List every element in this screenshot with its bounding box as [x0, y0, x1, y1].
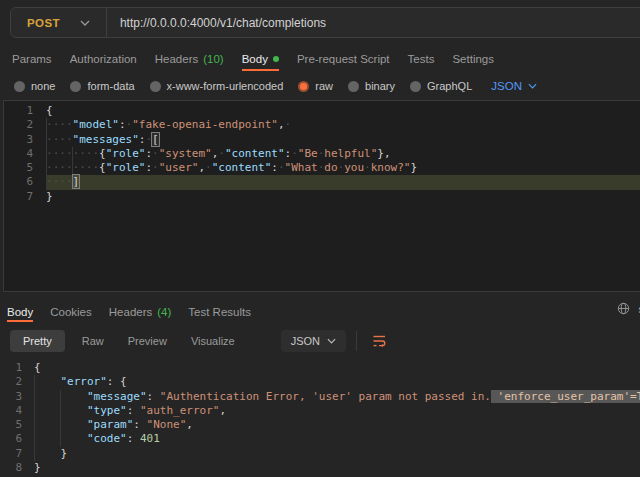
code-line[interactable]: 5········{"role":·"user",·"content":·"Wh… [4, 161, 640, 175]
token-k: "content" [225, 147, 285, 160]
response-tab-body[interactable]: Body [7, 300, 33, 323]
indent-guide [60, 404, 61, 418]
line-content: } [34, 447, 640, 461]
token-p: { [99, 147, 106, 160]
tab-label: Pre-request Script [297, 53, 390, 65]
code-line[interactable]: 5 "param": "None", [0, 418, 640, 432]
code-line[interactable]: 6····] [4, 175, 640, 189]
indent-guide [60, 432, 61, 446]
body-type-GraphQL[interactable]: GraphQL [410, 80, 472, 92]
code-line[interactable]: 3····"messages":·[ [4, 133, 640, 147]
response-meta: s [617, 302, 640, 315]
response-tab-headers[interactable]: Headers(4) [109, 300, 172, 323]
radio-icon [14, 81, 25, 92]
code-line[interactable]: 4········{"role":·"system",·"content":·"… [4, 147, 640, 161]
line-number: 1 [0, 361, 34, 375]
token-k: "role" [106, 161, 146, 174]
token-s: "What·do·you·know?" [285, 161, 411, 174]
token-p: { [34, 361, 41, 374]
code-line[interactable]: 1{ [4, 104, 640, 118]
token-k: "content" [212, 161, 272, 174]
tab-settings[interactable]: Settings [452, 46, 494, 72]
body-type-label: x-www-form-urlencoded [167, 80, 284, 92]
request-body-editor[interactable]: 1{2····"model":·"fake-openai-endpoint",·… [3, 100, 640, 292]
tab-label: Params [12, 53, 52, 65]
tab-params[interactable]: Params [12, 46, 52, 72]
token-p: :· [145, 147, 158, 160]
indent-guide [34, 404, 35, 418]
code-line[interactable]: 1{ [0, 361, 640, 375]
radio-icon [150, 81, 161, 92]
indent-guide [34, 390, 35, 404]
token-sel: 'enforce_user_param'=True" [491, 390, 640, 403]
tab-authorization[interactable]: Authorization [70, 46, 137, 72]
tab-tests[interactable]: Tests [408, 46, 435, 72]
indent-guide [46, 161, 47, 175]
line-content: ····"messages":·[ [46, 133, 640, 147]
tab-label: Authorization [70, 53, 137, 65]
url-bar: POST http://0.0.0.0:4000/v1/chat/complet… [10, 7, 640, 38]
line-number: 5 [0, 418, 34, 432]
token-p: :· [271, 161, 284, 174]
line-number: 3 [4, 133, 46, 147]
code-line[interactable]: 7 } [0, 447, 640, 461]
code-line[interactable]: 2 "error": { [0, 375, 640, 389]
indent-guide [34, 418, 35, 432]
unsaved-dot-icon [273, 56, 279, 62]
line-number: 6 [4, 175, 46, 189]
line-content: "param": "None", [34, 418, 640, 432]
wrap-text-button[interactable] [367, 330, 392, 352]
line-number: 3 [0, 390, 34, 404]
response-format-dropdown[interactable]: JSON [281, 330, 346, 352]
token-p: : [147, 390, 160, 403]
token-p: } [61, 447, 68, 460]
view-preview-button[interactable]: Preview [128, 335, 167, 347]
line-number: 1 [4, 104, 46, 118]
method-label: POST [27, 17, 60, 29]
code-line[interactable]: 2····"model":·"fake-openai-endpoint",· [4, 118, 640, 132]
view-raw-button[interactable]: Raw [82, 335, 104, 347]
line-number: 2 [0, 375, 34, 389]
body-type-none[interactable]: none [14, 80, 55, 92]
indent-guide [46, 133, 47, 147]
token-p: }, [377, 147, 390, 160]
tab-pre-request-script[interactable]: Pre-request Script [297, 46, 390, 72]
format-select[interactable]: JSON [491, 80, 537, 92]
method-dropdown[interactable]: POST [11, 8, 106, 37]
body-type-label: none [31, 80, 55, 92]
format-label: JSON [491, 80, 522, 92]
line-content: { [34, 361, 640, 375]
body-type-label: GraphQL [427, 80, 472, 92]
token-p: } [46, 190, 53, 203]
code-line[interactable]: 8} [0, 461, 640, 475]
line-number: 8 [0, 461, 34, 475]
token-w: ···· [46, 133, 73, 146]
response-toolbar: PrettyRawPreviewVisualize JSON [0, 327, 640, 355]
response-tab-cookies[interactable]: Cookies [50, 300, 92, 323]
code-line[interactable]: 3 "message": "Authentication Error, 'use… [0, 390, 640, 404]
globe-icon[interactable] [617, 302, 630, 315]
token-p: } [34, 461, 41, 474]
token-p: :· [285, 147, 298, 160]
tab-label: Body [7, 306, 33, 318]
code-line[interactable]: 7} [4, 190, 640, 204]
code-line[interactable]: 6 "code": 401 [0, 432, 640, 446]
indent-guide [34, 375, 35, 389]
token-s: "None" [147, 418, 187, 431]
code-line[interactable]: 4 "type": "auth_error", [0, 404, 640, 418]
url-input[interactable]: http://0.0.0.0:4000/v1/chat/completions [107, 16, 326, 30]
tab-headers[interactable]: Headers(10) [155, 46, 224, 72]
indent-guide [60, 390, 61, 404]
line-content: ········{"role":·"system",·"content":·"B… [46, 147, 640, 161]
body-type-binary[interactable]: binary [348, 80, 395, 92]
view-pretty-button[interactable]: Pretty [10, 330, 65, 352]
response-body-editor[interactable]: 1{2 "error": {3 "message": "Authenticati… [0, 357, 640, 477]
token-s: "fake-openai-endpoint" [132, 118, 278, 131]
body-type-raw[interactable]: raw [298, 80, 333, 92]
body-type-form-data[interactable]: form-data [70, 80, 134, 92]
body-type-label: binary [365, 80, 395, 92]
view-visualize-button[interactable]: Visualize [191, 335, 235, 347]
response-tab-test-results[interactable]: Test Results [188, 300, 251, 323]
tab-body[interactable]: Body [242, 46, 279, 72]
body-type-x-www-form-urlencoded[interactable]: x-www-form-urlencoded [150, 80, 284, 92]
